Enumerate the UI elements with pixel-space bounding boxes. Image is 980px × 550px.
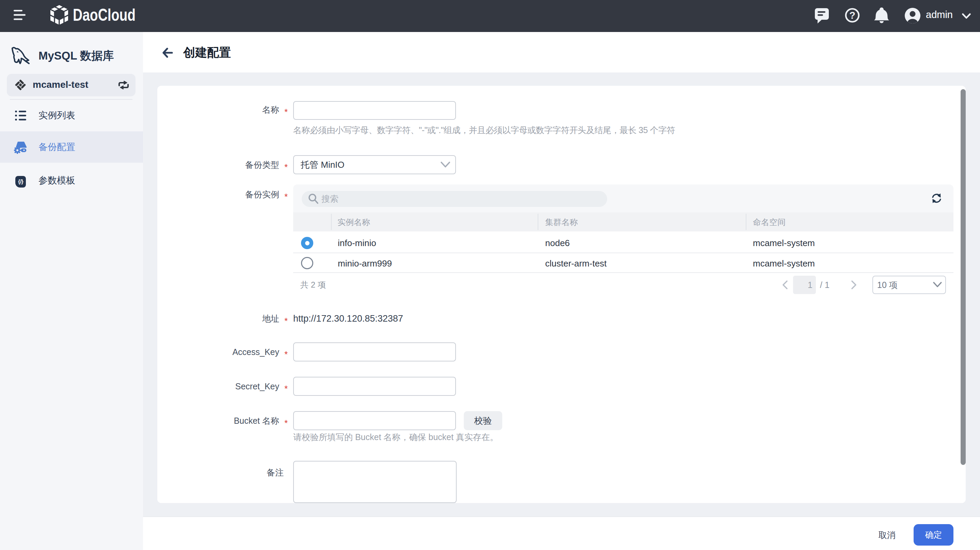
svg-text:?: ? — [849, 10, 855, 21]
